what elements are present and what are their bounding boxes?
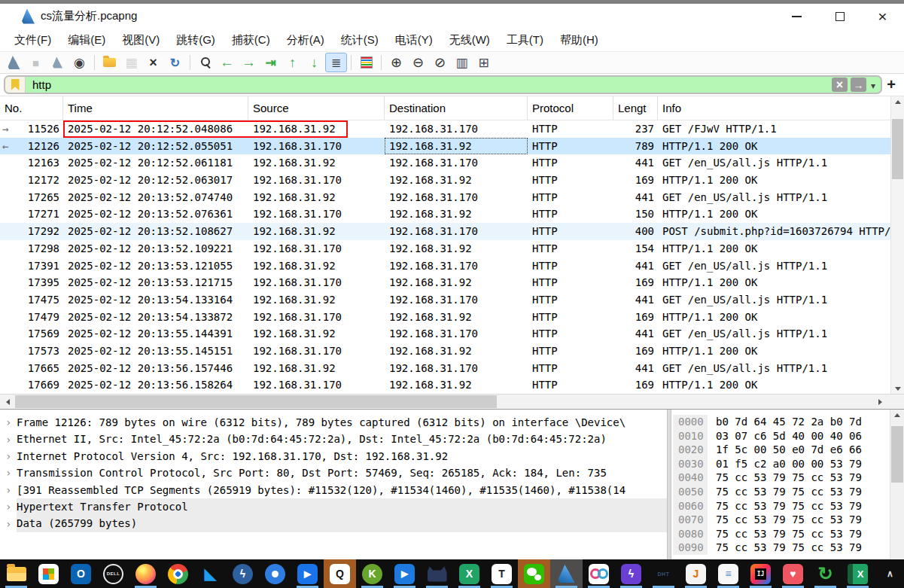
detail-line[interactable]: Frame 12126: 789 bytes on wire (6312 bit… [0, 414, 667, 431]
zoom-out-button[interactable] [407, 53, 429, 72]
save-file-button[interactable] [120, 53, 142, 72]
expander-icon[interactable] [0, 501, 17, 513]
hex-row[interactable]: 004075 cc 53 79 75 cc 53 79 [671, 471, 904, 485]
column-header-source[interactable]: Source [248, 96, 385, 120]
column-header-length[interactable]: Lengt [613, 96, 658, 120]
packet-row[interactable]: 121632025-02-12 20:12:52.061181192.168.3… [0, 154, 890, 172]
taskbar-wechat[interactable] [518, 559, 550, 588]
menu-item-tools[interactable]: 工具(T) [498, 29, 552, 51]
hex-row[interactable]: 0000b0 7d 64 45 72 2a b0 7d [671, 415, 904, 429]
menu-item-statistics[interactable]: 统计(S) [333, 29, 387, 51]
packet-row[interactable]: 172922025-02-12 20:13:52.108627192.168.3… [0, 223, 890, 240]
expander-icon[interactable] [0, 467, 17, 479]
taskbar-dell[interactable]: DELL [97, 559, 129, 588]
taskbar-keepass[interactable]: K [356, 559, 388, 588]
packet-row[interactable]: 172652025-02-12 20:13:52.074740192.168.3… [0, 189, 890, 206]
packet-row[interactable]: 174792025-02-12 20:13:54.133872192.168.3… [0, 309, 890, 326]
reload-button[interactable] [164, 53, 186, 72]
taskbar-purple-lightning-app[interactable]: ϟ [615, 559, 647, 588]
hex-row[interactable]: 007075 cc 53 79 75 cc 53 79 [671, 513, 904, 527]
packet-row[interactable]: 121722025-02-12 20:12:52.063017192.168.3… [0, 172, 890, 189]
hex-row[interactable]: 006075 cc 53 79 75 cc 53 79 [671, 499, 904, 513]
packet-row[interactable]: 172712025-02-12 20:13:52.076361192.168.3… [0, 206, 890, 223]
taskbar-chrome[interactable] [162, 559, 194, 588]
taskbar-tray-expand[interactable]: ∧ [874, 559, 904, 588]
hscroll-thumb[interactable] [15, 395, 497, 408]
filter-bookmark-button[interactable] [5, 77, 26, 93]
taskbar-dht-app[interactable]: DHT [647, 559, 680, 588]
column-header-protocol[interactable]: Protocol [528, 96, 613, 120]
expander-icon[interactable] [0, 434, 17, 446]
packet-list-hscrollbar[interactable] [0, 394, 904, 409]
taskbar-green-x-app[interactable]: X [453, 559, 485, 588]
taskbar-excel[interactable]: X [842, 559, 874, 588]
capture-options-button[interactable] [68, 53, 90, 72]
packet-row[interactable]: 175692025-02-12 20:13:55.144391192.168.3… [0, 325, 890, 343]
hex-row[interactable]: 00201f 5c 00 50 e0 7d e6 66 [671, 443, 904, 457]
hex-scroll-up-icon[interactable] [890, 410, 904, 420]
column-header-info[interactable]: Info [658, 96, 890, 120]
filter-add-button[interactable] [882, 76, 900, 93]
packet-list-vscrollbar[interactable] [890, 96, 904, 394]
hex-row[interactable]: 008075 cc 53 79 75 cc 53 79 [671, 527, 904, 541]
taskbar-wireshark[interactable] [550, 559, 583, 588]
scroll-down-icon[interactable] [891, 383, 904, 394]
colorize-button[interactable] [355, 53, 377, 72]
menu-item-file[interactable]: 文件(F) [6, 29, 59, 51]
filter-clear-button[interactable] [832, 78, 848, 92]
taskbar-vscode[interactable]: ◣ [194, 559, 227, 588]
expander-icon[interactable] [0, 484, 17, 496]
taskbar-qq[interactable]: Q [324, 559, 356, 588]
taskbar-rings-app[interactable] [583, 559, 615, 588]
menu-item-capture[interactable]: 捕获(C) [224, 29, 279, 51]
menu-item-help[interactable]: 帮助(H) [552, 29, 607, 51]
menu-item-go[interactable]: 跳转(G) [168, 29, 224, 51]
vscroll-thumb[interactable] [892, 119, 903, 179]
capture-stop-button[interactable] [25, 53, 47, 72]
go-top-button[interactable] [282, 53, 303, 72]
filter-apply-button[interactable] [851, 78, 866, 92]
taskbar-red-app[interactable]: ♥ [777, 559, 809, 588]
display-filter-input[interactable]: http [26, 78, 832, 91]
packet-row[interactable]: 11526→2025-02-12 20:12:52.048086192.168.… [0, 120, 890, 138]
taskbar-intellij-idea[interactable] [744, 559, 777, 588]
taskbar-firefox[interactable] [129, 559, 162, 588]
go-forward-button[interactable] [238, 53, 260, 72]
packet-row[interactable]: 175732025-02-12 20:13:55.145151192.168.3… [0, 343, 890, 360]
column-header-destination[interactable]: Destination [385, 96, 528, 120]
menu-item-wireless[interactable]: 无线(W) [441, 29, 498, 51]
scroll-left-icon[interactable] [0, 395, 15, 409]
menu-item-edit[interactable]: 编辑(E) [59, 29, 114, 51]
hex-row[interactable]: 009075 cc 53 79 75 cc 53 79 [671, 541, 904, 555]
expander-icon[interactable] [0, 518, 17, 530]
column-layout-button[interactable] [473, 53, 495, 72]
taskbar-blue-pointer-app[interactable]: ▶ [388, 559, 421, 588]
open-file-button[interactable] [99, 53, 120, 72]
hex-row[interactable]: 001003 07 c6 5d 40 00 40 06 [671, 429, 904, 443]
scroll-right-icon[interactable] [872, 395, 887, 409]
detail-line[interactable]: Ethernet II, Src: Intel_45:72:2a (b0:7d:… [0, 431, 667, 447]
taskbar-blue-ring-app[interactable] [259, 559, 291, 588]
zoom-reset-button[interactable] [429, 53, 451, 72]
expander-icon[interactable] [0, 416, 17, 428]
taskbar-notepad[interactable]: ≡ [712, 559, 744, 588]
packet-row[interactable]: 172982025-02-12 20:13:52.109221192.168.3… [0, 240, 890, 257]
hex-vscrollbar[interactable] [890, 410, 904, 559]
expander-icon[interactable] [0, 450, 17, 462]
minimize-button[interactable] [775, 4, 818, 29]
resize-columns-button[interactable] [451, 53, 473, 72]
close-button[interactable] [861, 4, 904, 29]
taskbar-blue-bird-app[interactable]: ▸ [291, 559, 324, 588]
taskbar-outlook[interactable]: O [65, 559, 97, 588]
packet-row[interactable]: 174752025-02-12 20:13:54.133164192.168.3… [0, 291, 890, 309]
go-back-button[interactable] [216, 53, 238, 72]
find-packet-button[interactable] [194, 53, 216, 72]
menu-item-analyze[interactable]: 分析(A) [279, 29, 333, 51]
hex-row[interactable]: 003001 f5 c2 a0 00 00 53 79 [671, 457, 904, 471]
capture-start-button[interactable] [3, 53, 25, 72]
column-header-time[interactable]: Time [63, 96, 248, 120]
column-header-no[interactable]: No. [0, 96, 63, 120]
menu-item-view[interactable]: 视图(V) [114, 29, 168, 51]
maximize-button[interactable] [818, 4, 861, 29]
go-bottom-button[interactable] [303, 53, 325, 72]
